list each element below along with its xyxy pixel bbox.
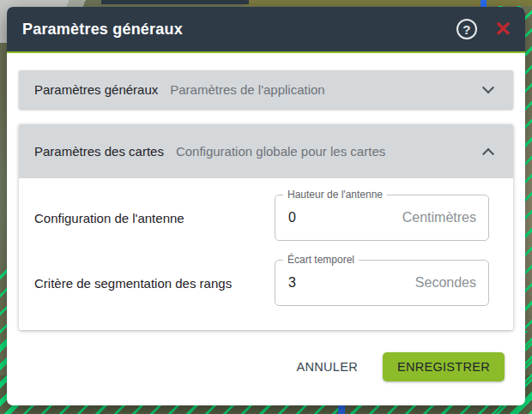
chevron-up-icon — [482, 147, 494, 159]
dialog-header: Paramètres généraux ? ✕ — [7, 7, 525, 51]
row-label: Configuration de l'antenne — [34, 211, 184, 225]
chevron-down-icon — [482, 81, 494, 93]
dialog-title: Paramètres généraux — [22, 21, 456, 39]
cancel-button[interactable]: ANNULER — [285, 352, 370, 381]
settings-dialog: Paramètres généraux ? ✕ Paramètres génér… — [7, 7, 525, 405]
form-row-segmentation: Critère de segmentation des rangs Écart … — [34, 260, 489, 306]
field-floating-label: Hauteur de l'antenne — [283, 189, 387, 201]
form-row-antenna: Configuration de l'antenne Hauteur de l'… — [34, 195, 489, 241]
accordion-parametres-generaux[interactable]: Paramètres généraux Paramètres de l'appl… — [19, 70, 513, 109]
close-icon[interactable]: ✕ — [494, 19, 511, 39]
dialog-body: Paramètres généraux Paramètres de l'appl… — [7, 53, 525, 381]
accordion-subtitle: Configuration globale pour les cartes — [176, 144, 484, 159]
maps-settings-panel: Paramètres des cartes Configuration glob… — [19, 124, 513, 330]
time-gap-input[interactable] — [275, 261, 488, 305]
accordion-subtitle: Paramètres de l'application — [170, 82, 484, 97]
row-label: Critère de segmentation des rangs — [34, 276, 232, 291]
antenna-height-field: Hauteur de l'antenne Centimètres — [275, 195, 489, 241]
field-floating-label: Écart temporel — [283, 254, 359, 266]
accordion-title: Paramètres généraux — [34, 82, 158, 97]
help-icon[interactable]: ? — [456, 19, 477, 39]
accordion-title: Paramètres des cartes — [34, 144, 164, 159]
maps-settings-form: Configuration de l'antenne Hauteur de l'… — [19, 178, 513, 330]
dialog-footer: ANNULER ENREGISTRER — [19, 352, 513, 381]
save-button[interactable]: ENREGISTRER — [383, 352, 505, 381]
antenna-height-input[interactable] — [275, 195, 488, 240]
time-gap-field: Écart temporel Secondes — [275, 260, 489, 306]
accordion-parametres-cartes[interactable]: Paramètres des cartes Configuration glob… — [19, 124, 513, 178]
